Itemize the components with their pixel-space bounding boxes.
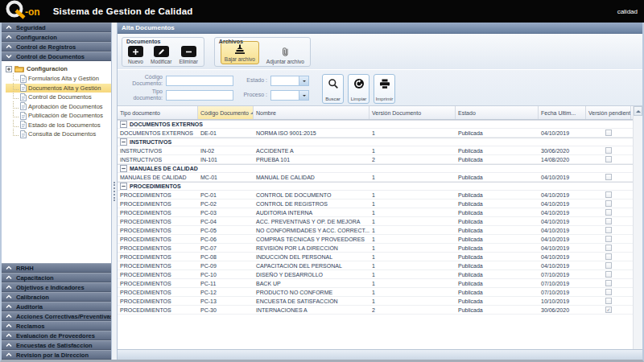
column-header-versi-n-documento[interactable]: Versión Documento — [369, 106, 456, 119]
table-row-pc-01[interactable]: PROCEDIMIENTOS PC-01 CONTROL DE DOCUMENT… — [118, 191, 633, 200]
table-row-pc-30[interactable]: PROCEDIMIENTOS PC-30 INTERNACIONES A 2 P… — [118, 306, 633, 315]
table-row-de-01[interactable]: DOCUMENTOS EXTERNOS DE-01 NORMA ISO 9001… — [118, 129, 633, 138]
column-header-fecha-ultim[interactable]: Fecha Ultim... — [539, 106, 586, 119]
collapse-minus-icon[interactable] — [120, 138, 127, 146]
tree-item-control-de-documentos[interactable]: Control de Documentos — [6, 93, 111, 102]
sidebar-section-calibracion[interactable]: Calibracion — [2, 292, 111, 302]
estado-select[interactable] — [270, 76, 309, 86]
tipo-documento-input[interactable] — [166, 90, 233, 101]
cell-tipo-documento: MANUALES DE CALIDAD — [118, 175, 198, 180]
tree-item-estado-de-los-documentos[interactable]: Estado de los Documentos — [6, 121, 111, 130]
sidebar-section-encuestas-de-satisfaccion[interactable]: Encuestas de Satisfaccion — [2, 340, 111, 350]
table-row-pc-06[interactable]: PROCEDIMIENTOS PC-06 COMPRAS TÉCNICAS Y … — [118, 235, 633, 244]
group-row-procedimientos[interactable]: PROCEDIMIENTOS — [118, 182, 633, 191]
sidebar-section-rrhh[interactable]: RRHH — [2, 263, 111, 273]
tree-item-aprobaci-n-de-documentos[interactable]: Aprobación de Documentos — [6, 102, 111, 112]
document-icon — [20, 93, 27, 101]
sidebar-section-revision-por-la-direccion[interactable]: Revision por la Direccion — [2, 350, 111, 360]
cell-fecha: 10/10/2019 — [539, 298, 586, 304]
table-row-pc-05[interactable]: PROCEDIMIENTOS PC-05 NO CONFORMIDADES Y … — [118, 226, 633, 235]
tree-root-configuracion[interactable]: Configuracion — [6, 64, 111, 74]
sidebar-section-auditoria[interactable]: Auditoria — [2, 302, 111, 311]
action-button-imprimir[interactable]: Imprimir — [374, 74, 395, 104]
group-row-instructivos[interactable]: INSTRUCTIVOS — [118, 138, 633, 146]
cell-version-pendiente — [586, 280, 631, 286]
column-header-versi-n-pendiente-generaci-n[interactable]: Versión pendiente generación — [586, 106, 631, 119]
table-row-pc-11[interactable]: PROCEDIMIENTOS PC-11 BACK UP 1 Publicada… — [118, 279, 633, 288]
pendiente-checkbox[interactable] — [605, 200, 612, 207]
table-row-pc-08[interactable]: PROCEDIMIENTOS PC-08 INDUCCIÓN DEL PERSO… — [118, 253, 633, 261]
table-row-pc-13[interactable]: PROCEDIMIENTOS PC-13 ENCUESTA DE SATISFA… — [118, 297, 633, 306]
pendiente-checkbox[interactable] — [605, 271, 612, 278]
table-row-pc-07[interactable]: PROCEDIMIENTOS PC-07 REVISIÓN POR LA DIR… — [118, 244, 633, 253]
column-header-estado[interactable]: Estado — [456, 106, 539, 119]
tree-item-formularios-alta-y-gesti-n[interactable]: Formularios Alta y Gestión — [6, 74, 111, 84]
collapse-minus-icon[interactable] — [120, 121, 127, 129]
tree-item-consulta-de-documentos[interactable]: Consulta de Documentos — [6, 130, 111, 139]
vertical-scrollbar[interactable] — [633, 106, 642, 349]
cell-version-pendiente — [586, 200, 631, 207]
toolbar-button-modificar[interactable]: Modificar — [151, 46, 171, 64]
collapse-minus-icon[interactable] — [120, 165, 127, 173]
collapse-minus-icon[interactable] — [120, 183, 127, 191]
pendiente-checkbox[interactable] — [605, 156, 612, 162]
table-row-pc-04[interactable]: PROCEDIMIENTOS PC-04 ACC. PREVENTIVAS Y … — [118, 217, 633, 226]
cell-nombre: ACC. PREVENTIVAS Y OP. DE MEJORA — [254, 219, 369, 224]
sidebar-splitter[interactable] — [111, 23, 118, 360]
pendiente-checkbox[interactable] — [605, 280, 612, 286]
dropdown-arrow-icon[interactable] — [299, 91, 308, 100]
proceso-select[interactable] — [270, 90, 309, 101]
pendiente-checkbox[interactable] — [605, 306, 612, 313]
pendiente-checkbox[interactable] — [605, 262, 612, 269]
pendiente-checkbox[interactable] — [605, 147, 612, 154]
table-row-mc-01[interactable]: MANUALES DE CALIDAD MC-01 MANUAL DE CALI… — [118, 173, 633, 182]
table-row-in-02[interactable]: INSTRUCTIVOS IN-02 ACCIDENTE A 1 Publica… — [118, 146, 633, 155]
tree-item-publicaci-n-de-documentos[interactable]: Publicación de Documentos — [6, 111, 111, 121]
codigo-documento-input[interactable] — [166, 76, 233, 86]
toolbar-button-adjuntar-archivo[interactable]: Adjuntar archivo — [266, 46, 304, 64]
pendiente-checkbox[interactable] — [605, 130, 612, 136]
sidebar-section-configuracion[interactable]: Configuracion — [2, 32, 111, 42]
pendiente-checkbox[interactable] — [605, 289, 612, 295]
pendiente-checkbox[interactable] — [605, 236, 612, 242]
group-row-manuales-de-calidad[interactable]: MANUALES DE CALIDAD — [118, 164, 633, 173]
table-row-in-101[interactable]: INSTRUCTIVOS IN-101 PRUEBA 101 2 Publica… — [118, 155, 633, 164]
table-row-pc-12[interactable]: PROCEDIMIENTOS PC-12 PRODUCTO NO CONFORM… — [118, 288, 633, 297]
table-row-pc-10[interactable]: PROCEDIMIENTOS PC-10 DISEÑO Y DESARROLLO… — [118, 270, 633, 279]
toolbar-button-bajar-archivo[interactable]: Bajar archivo — [221, 41, 259, 64]
sidebar-section-capacitacion[interactable]: Capacitacion — [2, 273, 111, 282]
group-row-documentos-externos[interactable]: DOCUMENTOS EXTERNOS — [118, 120, 633, 129]
column-header-nombre[interactable]: Nombre — [254, 106, 369, 119]
sidebar-section-reclamos[interactable]: Reclamos — [2, 321, 111, 331]
dropdown-arrow-icon[interactable] — [299, 76, 308, 85]
sidebar-section-acciones-correctivas-preventivas[interactable]: Acciones Correctivas/Preventivas — [2, 311, 111, 321]
pendiente-checkbox[interactable] — [605, 174, 612, 180]
sidebar-section-evaluacion-de-proveedores[interactable]: Evaluacion de Proveedores — [2, 331, 111, 340]
column-header-c-digo-documento[interactable]: Código Documento — [198, 106, 254, 119]
pendiente-checkbox[interactable] — [605, 227, 612, 233]
toolbar-button-eliminar[interactable]: Eliminar — [179, 46, 197, 64]
cell-fecha: 07/10/2019 — [539, 272, 586, 278]
action-button-buscar[interactable]: Buscar — [322, 74, 344, 104]
table-row-pc-09[interactable]: PROCEDIMIENTOS PC-09 CAPACITACIÓN DEL PE… — [118, 261, 633, 270]
sidebar-section-control-de-documentos[interactable]: Control de Documentos — [2, 51, 111, 61]
table-row-pc-02[interactable]: PROCEDIMIENTOS PC-02 CONTROL DE REGISTRO… — [118, 200, 633, 208]
horizontal-scrollbar[interactable] — [118, 349, 642, 360]
action-button-limpiar[interactable]: Limpiar — [348, 74, 369, 104]
tree-item-documentos-alta-y-gesti-n[interactable]: Documentos Alta y Gestión — [6, 84, 111, 93]
scroll-up-icon[interactable] — [634, 106, 642, 116]
pendiente-checkbox[interactable] — [605, 253, 612, 260]
cell-estado: Publicada — [456, 254, 539, 260]
table-row-pc-03[interactable]: PROCEDIMIENTOS PC-03 AUDITORIA INTERNA 1… — [118, 208, 633, 217]
column-header-tipo-documento[interactable]: Tipo documento — [118, 106, 198, 119]
expand-plus-icon[interactable] — [6, 66, 12, 72]
sidebar-section-objetivos-e-indicadores[interactable]: Objetivos e Indicadores — [2, 282, 111, 292]
toolbar-button-nuevo[interactable]: Nuevo — [128, 46, 143, 64]
pendiente-checkbox[interactable] — [605, 218, 612, 224]
sidebar-section-control-de-registros[interactable]: Control de Registros — [2, 42, 111, 51]
pendiente-checkbox[interactable] — [605, 209, 612, 216]
pendiente-checkbox[interactable] — [605, 298, 612, 304]
sidebar-section-seguridad[interactable]: Seguridad — [2, 23, 111, 32]
pendiente-checkbox[interactable] — [605, 191, 612, 198]
pendiente-checkbox[interactable] — [605, 245, 612, 251]
